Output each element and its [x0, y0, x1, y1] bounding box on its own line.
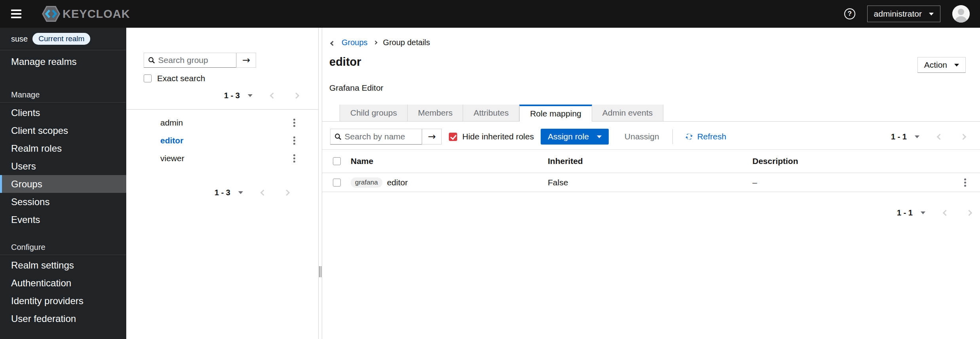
breadcrumb-back-icon[interactable]	[330, 37, 335, 48]
panel-resize-handle[interactable]	[319, 266, 321, 277]
brand-title: KEYCLOAK	[63, 8, 130, 21]
kebab-menu-icon[interactable]	[291, 152, 298, 165]
tab-members[interactable]: Members	[408, 105, 463, 121]
row-select-checkbox[interactable]	[333, 179, 341, 187]
sidebar-item-realm-settings[interactable]: Realm settings	[0, 256, 126, 274]
sidebar-item-users[interactable]: Users	[0, 157, 126, 175]
tab-attributes[interactable]: Attributes	[463, 105, 519, 121]
search-icon	[334, 133, 342, 141]
pagination-dropdown-icon[interactable]	[921, 211, 925, 214]
realm-name: suse	[11, 34, 28, 44]
kebab-menu-icon[interactable]	[962, 176, 969, 189]
help-glyph: ?	[847, 10, 851, 18]
groups-pagination-top: 1 - 3	[144, 89, 318, 102]
group-search-input[interactable]	[158, 55, 232, 65]
arrow-right-icon: →	[242, 55, 250, 66]
kebab-menu-icon[interactable]	[291, 134, 298, 147]
action-dropdown-button[interactable]: Action	[917, 57, 966, 73]
group-description: Grafana Editor	[329, 83, 384, 93]
column-header-name: Name	[351, 156, 373, 166]
sidebar-item-client-scopes[interactable]: Client scopes	[0, 122, 126, 139]
group-list-item[interactable]: editor	[126, 131, 318, 149]
group-search-submit-button[interactable]: →	[236, 53, 256, 68]
tab-role-mapping[interactable]: Role mapping	[519, 105, 592, 122]
group-details-content: Groups Group details editor Grafana Edit…	[322, 28, 980, 339]
select-all-checkbox[interactable]	[333, 157, 341, 165]
hide-inherited-roles-checkbox[interactable]	[449, 133, 457, 141]
group-name-link[interactable]: editor	[160, 136, 183, 145]
next-page-icon[interactable]	[293, 92, 300, 99]
page-title: editor	[329, 55, 361, 69]
sidebar-item-identity-providers[interactable]: Identity providers	[0, 292, 126, 310]
unassign-button[interactable]: Unassign	[620, 130, 664, 144]
previous-page-icon[interactable]	[270, 92, 276, 99]
kebab-menu-icon[interactable]	[291, 116, 298, 129]
sidebar-item-realm-roles[interactable]: Realm roles	[0, 139, 126, 157]
pagination-dropdown-icon[interactable]	[238, 191, 243, 194]
chevron-down-icon	[597, 135, 602, 138]
tab-child-groups[interactable]: Child groups	[340, 105, 408, 121]
assign-role-label: Assign role	[548, 132, 589, 141]
pagination-dropdown-icon[interactable]	[248, 94, 253, 97]
pagination-range: 1 - 1	[891, 132, 907, 141]
client-badge: grafana	[351, 177, 382, 188]
group-search-control: →	[144, 53, 256, 68]
nav-toggle-icon[interactable]	[11, 10, 21, 18]
pagination-range: 1 - 3	[224, 91, 240, 100]
refresh-button[interactable]: Refresh	[685, 132, 726, 141]
next-page-icon[interactable]	[284, 189, 290, 196]
role-search-submit-button[interactable]: →	[422, 129, 442, 145]
table-row: grafana editor False –	[322, 173, 980, 192]
section-label-manage: Manage	[0, 87, 126, 103]
next-page-icon[interactable]	[966, 209, 972, 216]
chevron-down-icon	[954, 64, 959, 67]
keycloak-hexagon-icon	[42, 6, 60, 22]
current-realm-row[interactable]: suse Current realm	[0, 28, 126, 50]
breadcrumb: Groups Group details	[330, 37, 430, 48]
previous-page-icon[interactable]	[943, 209, 949, 216]
roles-pagination-top: 1 - 1	[891, 132, 972, 141]
sidebar-section-configure: Configure Realm settings Authentication …	[0, 240, 126, 328]
previous-page-icon[interactable]	[937, 133, 943, 140]
sidebar-item-authentication[interactable]: Authentication	[0, 274, 126, 292]
group-name-link[interactable]: admin	[160, 118, 183, 127]
refresh-label: Refresh	[697, 132, 726, 141]
breadcrumb-groups-link[interactable]: Groups	[342, 38, 368, 47]
role-search-input[interactable]	[345, 132, 418, 141]
previous-page-icon[interactable]	[260, 189, 267, 196]
sidebar-item-clients[interactable]: Clients	[0, 104, 126, 122]
pagination-range: 1 - 3	[215, 188, 230, 197]
groups-pagination-bottom: 1 - 3	[126, 185, 318, 200]
exact-search-checkbox[interactable]	[144, 74, 152, 82]
current-realm-badge: Current realm	[32, 33, 90, 45]
avatar[interactable]	[952, 5, 970, 23]
sidebar-item-user-federation[interactable]: User federation	[0, 310, 126, 328]
sidebar-item-sessions[interactable]: Sessions	[0, 193, 126, 211]
help-icon[interactable]: ?	[844, 8, 855, 19]
role-search-control: →	[330, 129, 442, 145]
assign-role-button[interactable]: Assign role	[541, 129, 609, 145]
roles-pagination-bottom: 1 - 1	[897, 205, 971, 221]
group-list: admin editor viewer	[126, 114, 318, 167]
group-list-item[interactable]: admin	[126, 114, 318, 131]
group-list-item[interactable]: viewer	[126, 149, 318, 167]
next-page-icon[interactable]	[960, 133, 967, 140]
role-inherited-value: False	[548, 178, 568, 187]
search-icon	[148, 56, 155, 64]
tab-admin-events[interactable]: Admin events	[592, 105, 663, 121]
pagination-dropdown-icon[interactable]	[915, 135, 919, 138]
user-avatar-icon	[952, 5, 970, 23]
role-name: editor	[387, 178, 408, 187]
user-menu-label: administrator	[874, 9, 922, 19]
group-name-link[interactable]: viewer	[160, 154, 184, 163]
keycloak-logo: KEYCLOAK	[42, 6, 130, 22]
arrow-right-icon: →	[428, 131, 436, 142]
user-menu-dropdown[interactable]: administrator	[867, 6, 940, 22]
sidebar-item-groups[interactable]: Groups	[0, 175, 126, 193]
sidebar-item-events[interactable]: Events	[0, 211, 126, 229]
hide-inherited-roles-label: Hide inherited roles	[462, 132, 534, 141]
group-detail-tabs: Child groups Members Attributes Role map…	[322, 105, 980, 122]
refresh-icon	[685, 132, 693, 141]
sidebar-item-manage-realms[interactable]: Manage realms	[0, 53, 126, 70]
breadcrumb-separator-icon	[373, 41, 377, 45]
